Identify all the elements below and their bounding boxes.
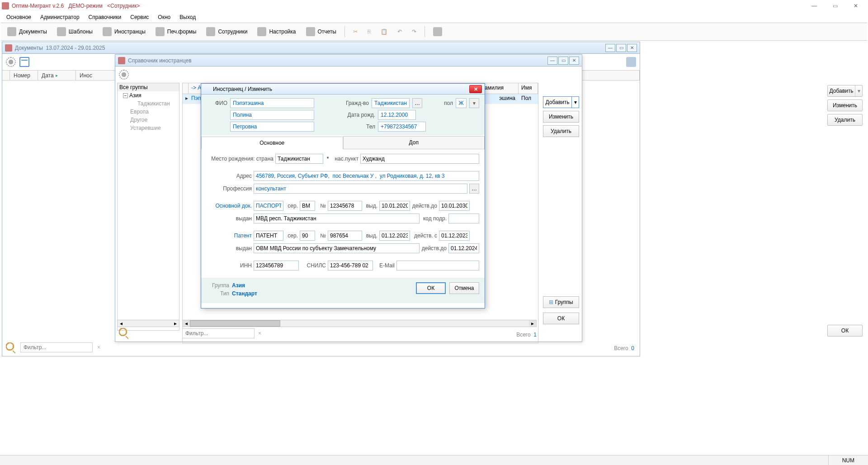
- patent-type-input[interactable]: [254, 231, 283, 241]
- surname-input[interactable]: [230, 98, 314, 108]
- ref-groups-button[interactable]: ⊞ Группы: [543, 296, 579, 308]
- tool-settings[interactable]: Настройка: [253, 25, 300, 38]
- dob-input[interactable]: [378, 110, 416, 120]
- birth-country-input[interactable]: [275, 154, 323, 164]
- maximize-button[interactable]: ▭: [825, 0, 845, 12]
- doc-ser-input[interactable]: [300, 201, 315, 211]
- patronymic-input[interactable]: [230, 122, 314, 132]
- tool-extra[interactable]: [429, 25, 447, 38]
- patent-ser-input[interactable]: [300, 231, 315, 241]
- groups-tree[interactable]: Все группы −Азия Таджикистан Европа Друг…: [117, 83, 179, 331]
- email-input[interactable]: [396, 261, 479, 270]
- dept-code-input[interactable]: [448, 214, 479, 223]
- tool-copy[interactable]: ⎘: [363, 27, 375, 37]
- tree-collapse-icon[interactable]: −: [123, 93, 128, 98]
- ref-delete-button[interactable]: Удалить: [543, 125, 579, 137]
- documents-filter-input[interactable]: [20, 342, 93, 352]
- col-date[interactable]: Дата: [38, 71, 76, 80]
- child-close[interactable]: ✕: [627, 44, 637, 52]
- filter-clear[interactable]: ×: [258, 330, 261, 337]
- ref-edit-button[interactable]: Изменить: [543, 111, 579, 123]
- menu-main[interactable]: Основное: [2, 12, 36, 22]
- patent-to-input[interactable]: [448, 243, 479, 253]
- close-button[interactable]: ✕: [845, 0, 866, 12]
- menu-admin[interactable]: Администратор: [36, 12, 84, 22]
- snils-input[interactable]: [328, 261, 373, 270]
- tool-paste[interactable]: 📋: [376, 27, 392, 37]
- patent-num-input[interactable]: [328, 231, 362, 241]
- main-edit-button[interactable]: Изменить: [827, 100, 863, 111]
- tool-templates[interactable]: Шаблоны: [52, 25, 97, 38]
- tel-input[interactable]: [378, 122, 426, 132]
- tree-root[interactable]: Все группы: [118, 83, 179, 91]
- ref-ok-button[interactable]: ОК: [543, 313, 579, 324]
- tree-asia[interactable]: −Азия: [118, 91, 179, 100]
- col-number[interactable]: Номер: [10, 71, 38, 80]
- tool-redo[interactable]: ↷: [407, 27, 421, 37]
- tab-main[interactable]: Основное: [201, 137, 343, 149]
- scroll-right-icon[interactable]: ▸: [172, 320, 179, 327]
- chevron-down-icon[interactable]: ▾: [855, 85, 862, 96]
- dialog-cancel-button[interactable]: Отмена: [449, 282, 479, 294]
- search-icon[interactable]: [6, 342, 16, 352]
- col-name[interactable]: Имя: [519, 83, 538, 94]
- patent-from-input[interactable]: [439, 231, 470, 241]
- child-minimize[interactable]: —: [605, 44, 615, 52]
- calendar-icon[interactable]: [19, 57, 29, 67]
- search-icon[interactable]: [119, 328, 129, 338]
- main-ok-button[interactable]: ОК: [827, 325, 863, 337]
- scroll-left-icon[interactable]: ◂: [118, 320, 125, 327]
- ref-minimize[interactable]: —: [547, 57, 557, 65]
- tool-foreigners[interactable]: Иностранцы: [98, 25, 150, 38]
- menu-refs[interactable]: Справочники: [84, 12, 126, 22]
- tool-undo[interactable]: ↶: [393, 27, 406, 37]
- child-maximize[interactable]: ▭: [616, 44, 626, 52]
- gear-icon[interactable]: [119, 70, 129, 80]
- scroll-left-icon[interactable]: ◂: [183, 320, 190, 327]
- doc-by-input[interactable]: [254, 214, 420, 223]
- ref-filter-input[interactable]: [182, 328, 255, 338]
- menu-window[interactable]: Окно: [153, 12, 175, 22]
- tree-europe[interactable]: Европа: [118, 108, 179, 116]
- doc-valid-input[interactable]: [439, 201, 470, 211]
- inn-input[interactable]: [254, 261, 299, 270]
- ref-add-split-button[interactable]: Добавить▾: [543, 96, 579, 108]
- ref-horizontal-scrollbar[interactable]: ◂ ▸: [182, 320, 537, 327]
- scroll-right-icon[interactable]: ▸: [529, 320, 536, 327]
- citizenship-lookup-button[interactable]: …: [412, 98, 422, 108]
- gear-icon[interactable]: [6, 57, 16, 67]
- chevron-down-icon[interactable]: ▾: [571, 97, 579, 108]
- minimize-button[interactable]: —: [804, 0, 825, 12]
- tool-reports[interactable]: Отчеты: [302, 25, 341, 38]
- dialog-ok-button[interactable]: ОК: [416, 282, 446, 294]
- col-marker[interactable]: [183, 83, 189, 94]
- tool-staff[interactable]: Сотрудники: [202, 25, 252, 38]
- tree-other[interactable]: Другое: [118, 116, 179, 124]
- dialog-close-button[interactable]: ✕: [469, 85, 482, 93]
- tree-tajikistan[interactable]: Таджикистан: [118, 100, 179, 108]
- tab-extra[interactable]: Доп: [343, 136, 485, 149]
- name-input[interactable]: [230, 110, 314, 120]
- doc-issued-input[interactable]: [379, 201, 410, 211]
- locality-input[interactable]: [360, 154, 479, 164]
- scroll-thumb[interactable]: [190, 320, 280, 327]
- address-input[interactable]: [254, 171, 479, 181]
- patent-issued-input[interactable]: [379, 231, 410, 241]
- ref-maximize[interactable]: ▭: [558, 57, 568, 65]
- main-delete-button[interactable]: Удалить: [827, 114, 863, 126]
- tool-prints[interactable]: Печ.формы: [151, 25, 201, 38]
- sex-dropdown-button[interactable]: ▾: [469, 98, 479, 108]
- menu-service[interactable]: Сервис: [126, 12, 153, 22]
- tree-hscroll[interactable]: ◂ ▸: [117, 320, 179, 327]
- patent-by-input[interactable]: [254, 243, 420, 253]
- sex-input[interactable]: [456, 98, 467, 108]
- profession-lookup-button[interactable]: …: [469, 184, 479, 194]
- main-add-split-button[interactable]: Добавить▾: [827, 85, 863, 97]
- profession-input[interactable]: [254, 184, 467, 194]
- citizenship-input[interactable]: [372, 98, 410, 108]
- col-selector[interactable]: [2, 71, 10, 80]
- doc-type-input[interactable]: [254, 201, 283, 211]
- tool-cut[interactable]: ✂: [349, 27, 362, 37]
- tool-documents[interactable]: Документы: [3, 25, 52, 38]
- ref-close[interactable]: ✕: [569, 57, 579, 65]
